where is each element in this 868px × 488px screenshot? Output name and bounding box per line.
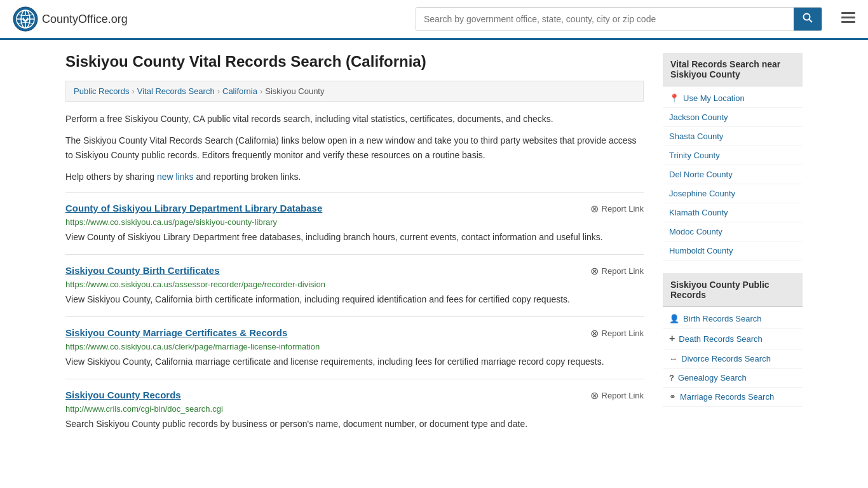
report-icon-3: ⊗ [590,390,599,402]
content-area: Siskiyou County Vital Records Search (Ca… [65,53,644,441]
search-icon [803,13,813,23]
result-desc-3: Search Siskiyou County public records by… [65,417,644,431]
sidebar-use-my-location[interactable]: 📍 Use My Location [663,89,803,108]
sidebar-county-7[interactable]: Humboldt County [663,241,803,261]
report-label-2: Report Link [602,329,644,338]
sidebar-county-1[interactable]: Shasta County [663,127,803,146]
result-item-1: Siskiyou County Birth Certificates ⊗ Rep… [65,254,644,316]
marriage-records-label: Marriage Records Search [680,392,774,402]
result-title-2[interactable]: Siskiyou County Marriage Certificates & … [65,327,287,338]
result-header-1: Siskiyou County Birth Certificates ⊗ Rep… [65,265,644,277]
hamburger-menu-button[interactable] [841,11,855,27]
result-item-0: County of Siskiyou Library Department Li… [65,192,644,254]
sidebar-divorce-records[interactable]: ↔ Divorce Records Search [663,349,803,369]
county-label-4: Josephine County [669,189,735,198]
result-item-2: Siskiyou County Marriage Certificates & … [65,316,644,379]
county-label-7: Humboldt County [669,246,733,255]
description-para-2: The Siskiyou County Vital Records Search… [65,133,644,162]
genealogy-label: Genealogy Search [678,373,747,383]
sidebar-county-0[interactable]: Jackson County [663,108,803,127]
breadcrumb-sep-1: › [132,86,134,96]
sidebar-county-4[interactable]: Josephine County [663,184,803,203]
plus-icon: + [669,333,675,344]
search-button[interactable] [794,8,822,30]
result-header-3: Siskiyou County Records ⊗ Report Link [65,390,644,402]
county-label-3: Del Norte County [669,170,733,179]
report-icon-0: ⊗ [590,203,599,215]
county-label-0: Jackson County [669,112,728,122]
report-label-0: Report Link [602,204,644,214]
description-para-1: Perform a free Siskiyou County, CA publi… [65,112,644,126]
logo[interactable]: CountyOffice.org [13,6,128,32]
breadcrumb-sep-3: › [260,86,262,96]
logo-text: CountyOffice.org [42,13,128,26]
svg-rect-9 [841,17,855,18]
result-header-2: Siskiyou County Marriage Certificates & … [65,327,644,339]
result-header-0: County of Siskiyou Library Department Li… [65,203,644,215]
breadcrumb-sep-2: › [217,86,220,96]
sidebar-public-records-title: Siskiyou County Public Records [663,273,803,307]
breadcrumb-current: Siskiyou County [265,86,324,96]
sidebar-birth-records[interactable]: 👤 Birth Records Search [663,309,803,329]
result-desc-1: View Siskiyou County, California birth c… [65,293,644,306]
report-label-1: Report Link [602,266,644,276]
breadcrumb-vital-records[interactable]: Vital Records Search [137,86,215,96]
search-input[interactable] [416,8,794,30]
hamburger-icon [841,12,855,24]
question-icon: ? [669,373,674,383]
report-link-0[interactable]: ⊗ Report Link [590,203,644,215]
result-title-3[interactable]: Siskiyou County Records [65,390,181,400]
breadcrumb-public-records[interactable]: Public Records [74,86,129,96]
report-icon-2: ⊗ [590,327,599,339]
result-desc-0: View County of Siskiyou Library Departme… [65,231,644,244]
header: CountyOffice.org [0,0,868,40]
marriage-icon: ⚭ [669,392,676,402]
result-title-0[interactable]: County of Siskiyou Library Department Li… [65,203,322,214]
result-title-1[interactable]: Siskiyou County Birth Certificates [65,265,220,276]
person-icon: 👤 [669,314,679,323]
sidebar-marriage-records[interactable]: ⚭ Marriage Records Search [663,388,803,407]
svg-rect-8 [841,12,855,14]
sidebar-nearby-title: Vital Records Search near Siskiyou Count… [663,53,803,86]
birth-records-label: Birth Records Search [683,314,762,323]
result-item-3: Siskiyou County Records ⊗ Report Link ht… [65,379,644,441]
result-url-1[interactable]: https://www.co.siskiyou.ca.us/assessor-r… [65,280,644,289]
divorce-records-label: Divorce Records Search [681,354,771,363]
report-icon-1: ⊗ [590,265,599,277]
report-link-2[interactable]: ⊗ Report Link [590,327,644,339]
county-label-6: Modoc County [669,227,722,236]
sidebar-county-3[interactable]: Del Norte County [663,165,803,184]
sidebar-nearby-section: Vital Records Search near Siskiyou Count… [663,53,803,261]
report-link-1[interactable]: ⊗ Report Link [590,265,644,277]
new-links-link[interactable]: new links [157,172,194,182]
logo-icon [13,6,38,32]
sidebar-genealogy[interactable]: ? Genealogy Search [663,369,803,388]
arrows-icon: ↔ [669,354,677,363]
results-list: County of Siskiyou Library Department Li… [65,192,644,441]
county-label-5: Klamath County [669,208,728,217]
breadcrumb: Public Records › Vital Records Search › … [65,81,644,102]
svg-line-7 [810,20,813,23]
death-records-label: Death Records Search [679,334,763,344]
sidebar-county-2[interactable]: Trinity County [663,146,803,165]
county-label-2: Trinity County [669,151,720,160]
sidebar-county-5[interactable]: Klamath County [663,203,803,222]
sidebar-public-records-section: Siskiyou County Public Records 👤 Birth R… [663,273,803,407]
report-link-3[interactable]: ⊗ Report Link [590,390,644,402]
result-desc-2: View Siskiyou County, California marriag… [65,355,644,369]
result-url-0[interactable]: https://www.co.siskiyou.ca.us/page/siski… [65,217,644,227]
page-title: Siskiyou County Vital Records Search (Ca… [65,53,644,71]
svg-rect-10 [841,21,855,23]
report-label-3: Report Link [602,391,644,400]
result-url-3[interactable]: http://www.criis.com/cgi-bin/doc_search.… [65,404,644,414]
sidebar: Vital Records Search near Siskiyou Count… [663,53,803,441]
breadcrumb-california[interactable]: California [222,86,257,96]
sidebar-death-records[interactable]: + Death Records Search [663,329,803,349]
description-para-3: Help others by sharing new links and rep… [65,170,644,184]
location-pin-icon: 📍 [669,93,679,103]
search-area [416,7,822,31]
sidebar-county-6[interactable]: Modoc County [663,222,803,241]
use-my-location-label: Use My Location [683,93,745,103]
result-url-2[interactable]: https://www.co.siskiyou.ca.us/clerk/page… [65,342,644,351]
svg-point-6 [804,14,810,20]
